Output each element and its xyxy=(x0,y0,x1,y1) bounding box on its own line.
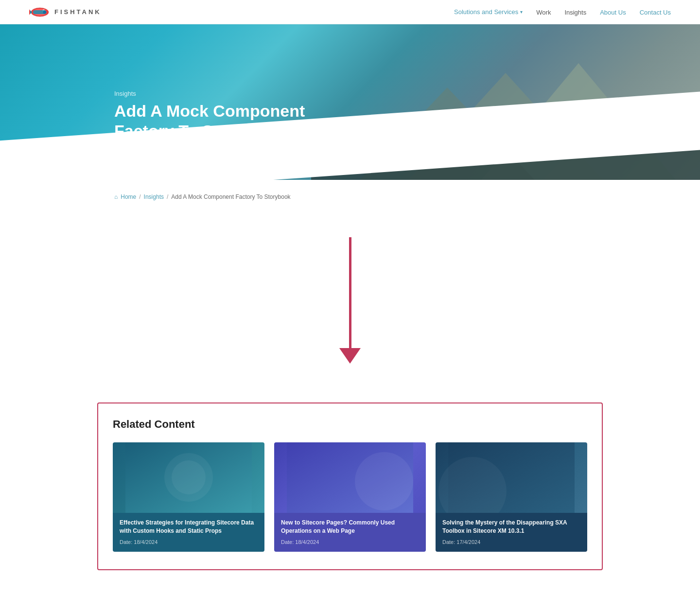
card-3-date: Date: 17/4/2024 xyxy=(442,539,580,545)
related-card-2[interactable]: New to Sitecore Pages? Commonly Used Ope… xyxy=(274,442,426,552)
related-card-1[interactable]: Effective Strategies for Integrating Sit… xyxy=(113,442,264,552)
arrow-shaft xyxy=(349,237,351,349)
cards-grid: Effective Strategies for Integrating Sit… xyxy=(113,442,587,552)
breadcrumb-sep-1: / xyxy=(139,193,140,200)
card-2-body: New to Sitecore Pages? Commonly Used Ope… xyxy=(274,513,426,552)
breadcrumb-sep-2: / xyxy=(167,193,168,200)
breadcrumb-home-link[interactable]: Home xyxy=(121,193,136,200)
navbar: FISHTANK Solutions and Services ▾ Work I… xyxy=(0,0,700,24)
related-card-3[interactable]: Solving the Mystery of the Disappearing … xyxy=(436,442,587,552)
hero-label: Insights xyxy=(114,90,348,97)
svg-point-7 xyxy=(43,10,47,14)
nav-links: Solutions and Services ▾ Work Insights A… xyxy=(454,8,671,17)
breadcrumb-current: Add A Mock Component Factory To Storyboo… xyxy=(171,193,290,200)
nav-item-insights[interactable]: Insights xyxy=(564,8,586,17)
scroll-indicator xyxy=(0,208,700,402)
nav-item-about[interactable]: About Us xyxy=(600,8,626,17)
card-1-image xyxy=(113,442,264,513)
card-2-date: Date: 18/4/2024 xyxy=(281,539,419,545)
chevron-down-icon: ▾ xyxy=(520,9,523,15)
svg-point-16 xyxy=(172,460,206,494)
logo[interactable]: FISHTANK xyxy=(29,5,102,19)
contact-link[interactable]: Contact Us xyxy=(640,9,671,16)
card-3-bg-art xyxy=(436,442,587,513)
card-1-body: Effective Strategies for Integrating Sit… xyxy=(113,513,264,552)
home-icon: ⌂ xyxy=(114,193,118,200)
card-2-title: New to Sitecore Pages? Commonly Used Ope… xyxy=(281,519,419,535)
card-1-bg-art xyxy=(113,442,264,513)
card-1-date: Date: 18/4/2024 xyxy=(120,539,258,545)
scroll-arrow xyxy=(339,237,361,364)
solutions-label: Solutions and Services xyxy=(454,8,518,16)
logo-text: FISHTANK xyxy=(54,8,102,16)
card-3-image xyxy=(436,442,587,513)
insights-link[interactable]: Insights xyxy=(564,9,586,16)
related-content-title: Related Content xyxy=(113,418,587,431)
about-link[interactable]: About Us xyxy=(600,9,626,16)
logo-icon xyxy=(29,5,51,19)
breadcrumb-insights-link[interactable]: Insights xyxy=(144,193,164,200)
related-content-section: Related Content Effective Strateg xyxy=(97,402,603,570)
card-1-title: Effective Strategies for Integrating Sit… xyxy=(120,519,258,535)
svg-point-18 xyxy=(355,452,413,510)
card-2-image xyxy=(274,442,426,513)
hero-section: Insights Add A Mock Component Factory To… xyxy=(0,24,700,180)
nav-item-contact[interactable]: Contact Us xyxy=(640,8,671,17)
card-2-bg-art xyxy=(274,442,426,513)
card-3-body: Solving the Mystery of the Disappearing … xyxy=(436,513,587,552)
card-3-title: Solving the Mystery of the Disappearing … xyxy=(442,519,580,535)
breadcrumb: ⌂ Home / Insights / Add A Mock Component… xyxy=(0,180,700,208)
nav-item-work[interactable]: Work xyxy=(536,8,551,17)
solutions-link[interactable]: Solutions and Services ▾ xyxy=(454,8,523,16)
nav-item-solutions[interactable]: Solutions and Services ▾ xyxy=(454,8,523,16)
arrow-head xyxy=(339,348,361,364)
work-link[interactable]: Work xyxy=(536,9,551,16)
